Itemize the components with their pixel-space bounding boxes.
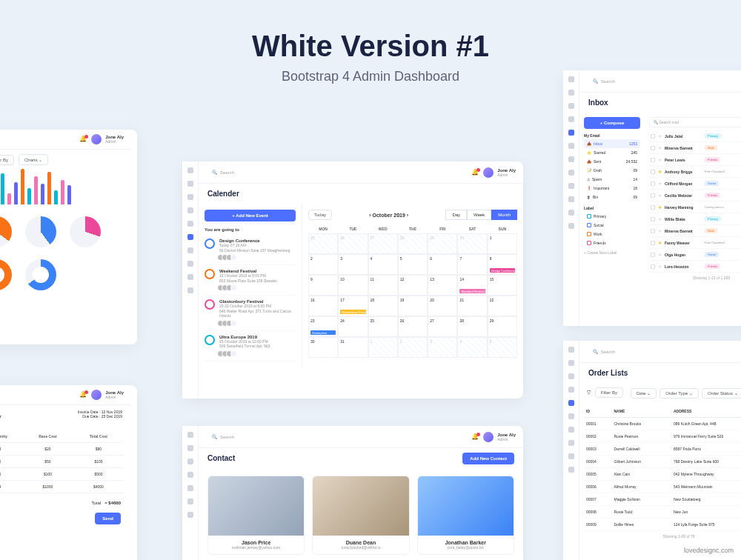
calendar-day[interactable]: 25 bbox=[308, 233, 338, 254]
nav-icon[interactable] bbox=[187, 207, 193, 213]
nav-icon[interactable] bbox=[568, 347, 574, 353]
table-row[interactable]: 00002Rosie Pearson979 Immanuel Ferry Sui… bbox=[584, 430, 741, 443]
table-row[interactable]: 00004Gilbert Johnston768 Destiny Lake Su… bbox=[584, 456, 741, 468]
calendar-event-badge[interactable]: Standard Festival bbox=[459, 289, 485, 293]
mail-row[interactable]: ★ Clifford Morgan Social bbox=[649, 178, 741, 190]
table-row[interactable]: 00009Dollie Hines124 Lyla Forge Suite 97… bbox=[584, 519, 741, 531]
label-work[interactable]: Work bbox=[584, 230, 640, 239]
folder-important[interactable]: ❗ Important18 bbox=[584, 184, 640, 193]
calendar-day[interactable]: 30 bbox=[308, 337, 338, 358]
calendar-day[interactable]: 3 bbox=[338, 254, 368, 275]
filter-icon[interactable]: ▽ bbox=[587, 390, 591, 396]
checkbox[interactable] bbox=[651, 217, 655, 221]
user-menu[interactable]: Jone AlyAdmin bbox=[483, 167, 516, 178]
calendar-day[interactable]: 5 bbox=[488, 337, 517, 358]
mail-row[interactable]: ★ Willie Blake Primary bbox=[649, 213, 741, 225]
nav-icon-active[interactable] bbox=[568, 130, 574, 136]
bell-icon[interactable] bbox=[79, 391, 87, 399]
search-mail-input[interactable]: 🔍 Search mail bbox=[649, 117, 741, 127]
calendar-day[interactable]: 17Glastonbury Festival bbox=[338, 296, 368, 316]
contact-card[interactable]: Jonathan Barker cora_haley@quinn.biz bbox=[417, 476, 514, 555]
calendar-event-badge[interactable]: Destination bbox=[310, 330, 336, 335]
bell-icon[interactable] bbox=[471, 433, 479, 441]
folder-bin[interactable]: 🗑 Bin09 bbox=[584, 193, 640, 201]
mail-row[interactable]: ★ Cecilia Webster Friends bbox=[649, 190, 741, 201]
send-button[interactable]: Send bbox=[95, 513, 121, 524]
nav-icon[interactable] bbox=[568, 156, 574, 162]
mail-row[interactable]: ★ Peter Lewis Friends bbox=[649, 154, 741, 166]
calendar-event-badge[interactable]: Glastonbury Festival bbox=[340, 310, 365, 314]
label-social[interactable]: Social bbox=[584, 221, 640, 230]
calendar-day[interactable]: 25 bbox=[368, 316, 398, 337]
calendar-day[interactable]: 29 bbox=[428, 233, 457, 254]
nav-icon[interactable] bbox=[187, 221, 193, 227]
calendar-day[interactable]: 26 bbox=[338, 233, 368, 254]
table-row[interactable]: 00008Rosie ToddNew Jon bbox=[584, 506, 741, 519]
calendar-day[interactable]: 4 bbox=[368, 254, 398, 275]
nav-icon[interactable] bbox=[568, 116, 574, 122]
bell-icon[interactable] bbox=[471, 169, 479, 176]
nav-icon[interactable] bbox=[568, 387, 574, 393]
event-item[interactable]: Weekend Festival 16 October 2019 at 5:00… bbox=[205, 265, 296, 296]
nav-icon[interactable] bbox=[187, 167, 193, 173]
label-primary[interactable]: Primary bbox=[584, 212, 640, 221]
nav-icon[interactable] bbox=[568, 183, 574, 189]
checkbox[interactable] bbox=[651, 146, 655, 150]
mail-row[interactable]: ★ Fanny Weaver Free Classified bbox=[649, 237, 741, 249]
search-input[interactable]: 🔍 Search bbox=[587, 345, 741, 358]
user-menu[interactable]: Jone AlyAdmin bbox=[483, 432, 516, 442]
checkbox[interactable] bbox=[651, 253, 655, 257]
checkbox[interactable] bbox=[651, 181, 655, 186]
table-header[interactable]: ADDRESS bbox=[671, 405, 741, 418]
nav-icon[interactable] bbox=[187, 459, 193, 464]
star-icon[interactable]: ★ bbox=[658, 216, 662, 221]
calendar-day[interactable]: 13 bbox=[428, 275, 457, 296]
compose-button[interactable]: + Compose bbox=[584, 117, 640, 129]
checkbox[interactable] bbox=[651, 193, 655, 198]
add-event-button[interactable]: + Add New Event bbox=[205, 210, 296, 221]
nav-icon[interactable] bbox=[187, 261, 193, 267]
calendar-day[interactable]: 5 bbox=[398, 254, 428, 275]
calendar-day[interactable]: 20 bbox=[428, 296, 457, 316]
star-icon[interactable]: ★ bbox=[658, 181, 662, 186]
calendar-day[interactable]: 14Standard Festival bbox=[457, 275, 487, 296]
bell-icon[interactable] bbox=[79, 136, 87, 143]
calendar-day[interactable]: 8Design Conference bbox=[488, 254, 517, 275]
calendar-day[interactable]: 6 bbox=[428, 254, 457, 275]
table-header[interactable]: ID bbox=[584, 405, 612, 418]
star-icon[interactable]: ★ bbox=[658, 169, 662, 174]
nav-icon[interactable] bbox=[187, 194, 193, 200]
checkbox[interactable] bbox=[651, 264, 655, 269]
checkbox[interactable] bbox=[651, 241, 655, 245]
table-row[interactable]: 00005Alan Cain042 Mylene Throughway bbox=[584, 468, 741, 481]
mail-row[interactable]: ★ Harvey Manning Curling irons a bbox=[649, 201, 741, 213]
folder-inbox[interactable]: 📥 Inbox1253 bbox=[584, 139, 640, 148]
today-button[interactable]: Today bbox=[308, 210, 332, 220]
filter-by-button[interactable]: Filter By bbox=[595, 387, 623, 398]
nav-icon[interactable] bbox=[568, 360, 574, 366]
contact-card[interactable]: Jason Price kuhlman.jermey@yahoo.com bbox=[207, 476, 305, 555]
calendar-day[interactable]: 7 bbox=[457, 254, 487, 275]
table-row[interactable]: 00003Darrell Caldwell8587 Frida Ports bbox=[584, 443, 741, 456]
calendar-day[interactable]: 23Destination bbox=[308, 316, 338, 337]
nav-icon[interactable] bbox=[568, 223, 574, 229]
nav-icon[interactable] bbox=[568, 467, 574, 473]
star-icon[interactable]: ★ bbox=[658, 228, 662, 233]
table-row[interactable]: 00006Alfred Murray543 Weimann Mountain bbox=[584, 481, 741, 493]
calendar-day[interactable]: 26 bbox=[398, 316, 428, 337]
search-input[interactable]: 🔍 Search bbox=[587, 75, 741, 87]
nav-icon[interactable] bbox=[187, 485, 193, 491]
nav-icon[interactable] bbox=[187, 287, 193, 293]
calendar-day[interactable]: 9 bbox=[308, 275, 338, 296]
calendar-day[interactable]: 1 bbox=[488, 233, 517, 254]
calendar-day[interactable]: 10 bbox=[338, 275, 368, 296]
calendar-day[interactable]: 29 bbox=[488, 316, 517, 337]
star-icon[interactable]: ★ bbox=[658, 193, 662, 198]
calendar-day[interactable]: 12 bbox=[398, 275, 428, 296]
mail-row[interactable]: ★ Lora Houston Friends bbox=[649, 261, 741, 273]
calendar-day[interactable]: 27 bbox=[368, 233, 398, 254]
mail-row[interactable]: ★ Olga Hogan Social bbox=[649, 249, 741, 261]
charts-dropdown[interactable]: Charts ⌄ bbox=[19, 154, 48, 165]
calendar-day[interactable]: 30 bbox=[457, 233, 487, 254]
mail-row[interactable]: ★ Anthony Briggs Free Classified bbox=[649, 166, 741, 178]
